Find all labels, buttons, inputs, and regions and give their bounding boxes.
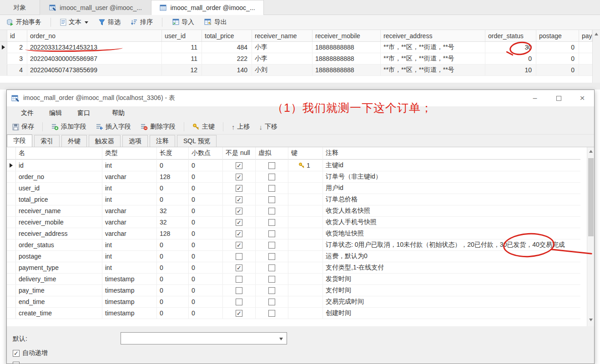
dialog-title-bar[interactable]: imooc_mall_order @imooc_mall (localhost_…	[7, 90, 594, 106]
delete-field-button[interactable]: 删除字段	[137, 121, 178, 132]
not-null-checkbox[interactable]	[236, 219, 242, 226]
field-row[interactable]: order_novarchar1280订单号（非主键id）	[7, 171, 580, 183]
tab-indexes[interactable]: 索引	[34, 135, 60, 147]
virtual-checkbox[interactable]	[268, 230, 275, 237]
menu-file[interactable]: 文件	[13, 106, 41, 120]
move-up-button[interactable]: ↑ 上移	[229, 121, 253, 132]
tab-foreign-keys[interactable]: 外键	[61, 135, 87, 147]
tab-imooc-mall-user[interactable]: imooc_mall_user @imooc_...	[40, 0, 151, 15]
col-header-order-status[interactable]: order_status	[485, 30, 536, 41]
export-button[interactable]: 导出	[202, 17, 230, 28]
not-null-checkbox[interactable]	[236, 196, 242, 203]
col-header-order-no[interactable]: order_no	[27, 30, 162, 41]
field-row[interactable]: payment_typeint00支付类型,1-在线支付	[7, 262, 580, 274]
field-row[interactable]: postageint00运费，默认为0	[7, 251, 580, 262]
field-row[interactable]: receiver_namevarchar320收货人姓名快照	[7, 205, 580, 217]
menu-help[interactable]: 帮助	[104, 106, 132, 120]
tab-imooc-mall-order[interactable]: imooc_mall_order @imooc_...	[151, 0, 264, 15]
virtual-checkbox[interactable]	[268, 162, 275, 169]
tab-objects[interactable]: 对象	[0, 0, 40, 15]
virtual-checkbox[interactable]	[268, 299, 275, 305]
col-header-user-id[interactable]: user_id	[162, 30, 202, 41]
save-button[interactable]: 保存	[10, 121, 37, 132]
not-null-checkbox[interactable]	[236, 185, 242, 192]
field-row[interactable]: receiver_mobilevarchar320收货人手机号快照	[7, 217, 580, 228]
virtual-checkbox[interactable]	[268, 219, 275, 226]
field-row[interactable]: user_idint00用户id	[7, 183, 580, 194]
close-button[interactable]: ×	[570, 90, 594, 106]
not-null-checkbox[interactable]	[236, 230, 242, 237]
col-header-length[interactable]: 长度	[157, 147, 189, 160]
virtual-checkbox[interactable]	[268, 287, 275, 294]
not-null-checkbox[interactable]	[236, 310, 242, 317]
virtual-checkbox[interactable]	[268, 208, 275, 214]
default-value-combobox[interactable]	[121, 332, 287, 344]
not-null-checkbox[interactable]	[236, 174, 242, 180]
insert-field-button[interactable]: 插入字段	[93, 121, 134, 132]
virtual-checkbox[interactable]	[268, 185, 275, 192]
maximize-button[interactable]	[547, 90, 570, 106]
field-row[interactable]: order_statusint00订单状态: 0用户已取消，10未付款（初始状态…	[7, 239, 580, 251]
minimize-button[interactable]: –	[523, 90, 547, 106]
filter-button[interactable]: 筛选	[96, 17, 123, 28]
col-header-type[interactable]: 类型	[102, 147, 157, 160]
field-row[interactable]: receiver_addressvarchar1280收货地址快照	[7, 228, 580, 239]
col-header-receiver-name[interactable]: receiver_name	[252, 30, 313, 41]
not-null-checkbox[interactable]	[236, 299, 242, 305]
not-null-checkbox[interactable]	[236, 276, 242, 283]
col-header-not-null[interactable]: 不是 null	[223, 147, 256, 160]
sort-button[interactable]: 排序	[128, 17, 156, 28]
menu-window[interactable]: 窗口	[70, 106, 98, 120]
field-row[interactable]: end_timetimestamp00交易完成时间	[7, 296, 580, 308]
field-row[interactable]: total_priceint00订单总价格	[7, 194, 580, 205]
scrollbar-thumb[interactable]	[588, 158, 594, 236]
field-row[interactable]: pay_timetimestamp00支付时间	[7, 285, 580, 296]
virtual-checkbox[interactable]	[268, 253, 275, 260]
not-null-checkbox[interactable]	[236, 242, 242, 249]
col-header-id[interactable]: id	[7, 30, 27, 41]
col-header-name[interactable]: 名	[16, 147, 102, 160]
not-null-checkbox[interactable]	[236, 253, 242, 260]
text-view-button[interactable]: 文本	[57, 17, 91, 28]
grid-vertical-scrollbar[interactable]	[592, 30, 600, 83]
field-row[interactable]: create_timetimestamp00创建时间	[7, 308, 580, 319]
col-header-key[interactable]: 键	[288, 147, 323, 160]
virtual-checkbox[interactable]	[268, 310, 275, 317]
auto-increment-checkbox[interactable]	[13, 350, 20, 357]
col-header-pay[interactable]: pay	[579, 30, 592, 41]
col-header-receiver-mobile[interactable]: receiver_mobile	[313, 30, 381, 41]
begin-transaction-button[interactable]: 开始事务	[4, 17, 44, 28]
virtual-checkbox[interactable]	[268, 242, 275, 249]
grid-horizontal-scrollbar[interactable]	[0, 83, 600, 90]
data-row[interactable]: 3 2022040300005586987 11 222 小李 18888888…	[0, 53, 592, 65]
add-field-button[interactable]: 添加字段	[48, 121, 89, 132]
not-null-checkbox[interactable]	[236, 162, 242, 169]
col-header-virtual[interactable]: 虚拟	[256, 147, 288, 160]
move-down-button[interactable]: ↓ 下移	[257, 121, 281, 132]
col-header-postage[interactable]: postage	[536, 30, 579, 41]
data-row[interactable]: 4 2022040507473855699 12 140 小刘 18888888…	[0, 65, 592, 76]
tab-fields[interactable]: 字段	[7, 135, 32, 147]
virtual-checkbox[interactable]	[268, 174, 275, 180]
col-header-total-price[interactable]: total_price	[202, 30, 252, 41]
tab-options[interactable]: 选项	[122, 135, 148, 147]
tab-triggers[interactable]: 触发器	[89, 135, 121, 147]
import-button[interactable]: 导入	[169, 17, 197, 28]
primary-key-button[interactable]: 主键	[190, 121, 217, 132]
not-null-checkbox[interactable]	[236, 287, 242, 294]
col-header-decimals[interactable]: 小数点	[189, 147, 223, 160]
tab-sql-preview[interactable]: SQL 预览	[177, 135, 217, 147]
field-row[interactable]: idint001主键id	[7, 160, 580, 171]
not-null-checkbox[interactable]	[236, 264, 242, 271]
not-null-checkbox[interactable]	[236, 208, 242, 214]
tab-comment[interactable]: 注释	[150, 135, 175, 147]
virtual-checkbox[interactable]	[268, 276, 275, 283]
virtual-checkbox[interactable]	[268, 264, 275, 271]
field-row[interactable]: delivery_timetimestamp00发货时间	[7, 274, 580, 285]
col-header-comment[interactable]: 注释	[323, 147, 580, 160]
partial-checkbox[interactable]	[13, 362, 20, 364]
virtual-checkbox[interactable]	[268, 196, 275, 203]
menu-edit[interactable]: 编辑	[41, 106, 70, 120]
data-row[interactable]: 2 2022033123421453213 11 484 小李 18888888…	[0, 42, 592, 53]
field-grid-scrollbar[interactable]	[587, 147, 594, 326]
